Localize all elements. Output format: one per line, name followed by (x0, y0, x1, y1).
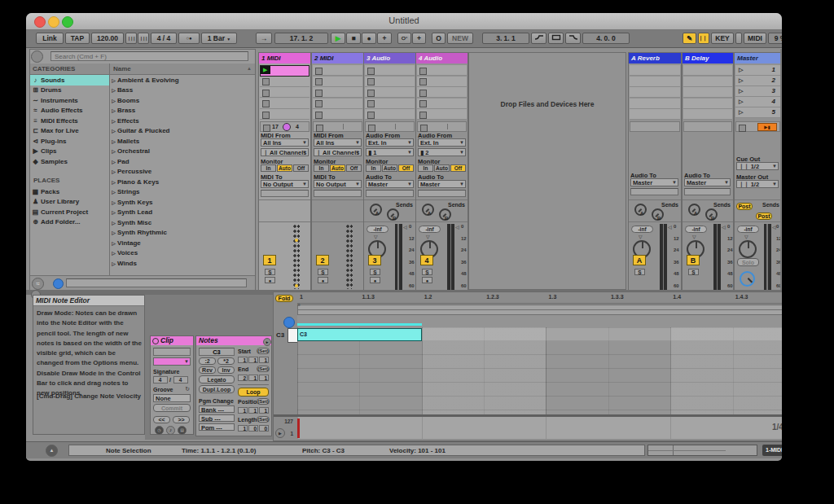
transpose-field[interactable]: C3 (199, 348, 235, 356)
clip-slot[interactable] (365, 99, 415, 109)
input-type-select[interactable]: Ext. In▼ (418, 138, 466, 147)
master-out-select[interactable]: ❘❘ 1/2▼ (736, 180, 779, 188)
tap-tempo-button[interactable]: TAP (65, 33, 90, 44)
clip-slot[interactable] (365, 65, 415, 76)
input-type-select[interactable]: Ext. In▼ (366, 138, 414, 147)
scene-launch-icon[interactable]: ▷ (739, 67, 743, 73)
clip-status-row[interactable] (365, 121, 415, 132)
scene-row[interactable]: ▷3 (735, 86, 780, 97)
fader-handle-icon[interactable]: ▽ (374, 234, 378, 239)
browser-folder-row[interactable]: ▷Strings (110, 187, 254, 198)
drop-zone[interactable]: Drop Files and Devices Here (468, 52, 626, 290)
output-type-select[interactable]: Master▼ (684, 178, 731, 186)
browser-folder-row[interactable]: ▷Voices (110, 248, 254, 259)
clip-slot[interactable] (313, 65, 362, 76)
set-position-button[interactable]: (Set) (257, 398, 270, 405)
play-button[interactable]: ▶ (331, 33, 345, 44)
track-4-title[interactable]: 4 Audio (416, 53, 467, 64)
velocity-stem[interactable] (297, 419, 300, 438)
disclosure-icon[interactable]: ▷ (110, 189, 117, 195)
clip-status-row[interactable] (313, 121, 362, 132)
stop-all-clips-row[interactable]: ▶▮ (735, 121, 780, 132)
clip-stop-button[interactable] (263, 125, 270, 132)
browser-collapse-icon[interactable] (31, 50, 43, 63)
monitor-off-button[interactable]: Off (398, 164, 414, 172)
nudge-up-button[interactable]: ❘❘❘ (138, 33, 149, 44)
computer-midi-keyboard-button[interactable]: ❘❘❘ (698, 33, 709, 44)
return-slot[interactable] (630, 87, 680, 98)
track-3-title[interactable]: 3 Audio (364, 53, 415, 64)
track-1-title[interactable]: 1 MIDI (259, 53, 310, 64)
return-slot[interactable] (683, 109, 732, 120)
return-a-title[interactable]: A Reverb (629, 53, 681, 64)
scene-row[interactable]: ▷2 (735, 76, 780, 86)
monitor-auto-button[interactable]: Auto (382, 164, 397, 172)
clip-status-row[interactable] (417, 121, 467, 132)
volume-display[interactable]: -inf (367, 226, 388, 233)
disclosure-icon[interactable]: ▷ (110, 220, 117, 226)
scene-row[interactable]: ▷4 (735, 97, 780, 107)
clip-slot[interactable] (417, 77, 467, 87)
output-type-select[interactable]: Master▼ (418, 180, 466, 188)
sidebar-place-item[interactable]: ⊕Add Folder... (30, 217, 109, 228)
output-channel-field[interactable] (314, 190, 362, 197)
clip-slot-playing[interactable]: ▶ (260, 65, 309, 77)
clip-slot[interactable] (365, 109, 415, 120)
sidebar-category-item[interactable]: ⊏Max for Live (30, 126, 109, 137)
sidebar-place-item[interactable]: ▤Current Project (30, 207, 109, 217)
return-slot[interactable] (630, 77, 680, 87)
clip-slot[interactable] (260, 99, 309, 109)
start-bar[interactable]: 1 (238, 357, 248, 363)
clip-slot[interactable] (313, 87, 362, 98)
preview-volume-bar[interactable] (66, 278, 247, 287)
disclosure-icon[interactable]: ▷ (110, 199, 117, 205)
re-enable-automation-button[interactable]: + (412, 33, 426, 44)
disclosure-icon[interactable]: ▷ (110, 261, 117, 266)
input-type-select[interactable]: All Ins▼ (261, 138, 309, 147)
scene-launch-icon[interactable]: ▷ (739, 109, 743, 116)
output-channel-field[interactable] (418, 190, 466, 197)
key-map-button[interactable]: KEY (711, 33, 734, 44)
hot-swap-icon[interactable]: ≈ (32, 278, 44, 290)
monitor-auto-button[interactable]: Auto (330, 164, 345, 172)
clip-slot[interactable] (365, 87, 415, 98)
clip-slot[interactable] (417, 109, 467, 120)
solo-disabled-button[interactable]: Solo (737, 258, 759, 266)
clip-slot[interactable] (417, 99, 467, 109)
start-beat[interactable]: 1 (248, 357, 258, 363)
clip-slot[interactable] (365, 77, 415, 87)
loop-start-marker[interactable]: » (297, 302, 301, 308)
browser-folder-row[interactable]: ▷Pad (110, 156, 254, 167)
end-bar[interactable]: 2 (238, 375, 248, 381)
midi-note[interactable]: C3 (297, 328, 422, 341)
input-channel-select[interactable]: ▮ 1▼ (366, 148, 414, 156)
disclosure-icon[interactable]: ▷ (110, 128, 117, 134)
browser-folder-row[interactable]: ▷Piano & Keys (110, 177, 254, 187)
disclosure-icon[interactable]: ▷ (110, 169, 117, 174)
return-slot[interactable] (683, 99, 732, 109)
return-activator-button[interactable]: B (687, 255, 700, 265)
end-sixteenth[interactable]: 1 (259, 375, 269, 381)
solo-button[interactable]: S (634, 269, 645, 275)
clip-slot[interactable] (260, 87, 309, 98)
bank-select[interactable]: Bank --- (199, 405, 235, 413)
session-record-button[interactable]: O (432, 33, 446, 44)
solo-button[interactable]: S (422, 269, 432, 275)
sidebar-place-item[interactable]: ▦Packs (30, 186, 109, 197)
set-end-button[interactable]: (Set) (257, 366, 270, 372)
browser-folder-row[interactable]: ▷Guitar & Plucked (110, 126, 254, 137)
browser-folder-row[interactable]: ▷Bass (110, 85, 254, 96)
length-beat[interactable]: 0 (248, 425, 258, 432)
disclosure-icon[interactable]: ▷ (110, 138, 117, 144)
disclosure-icon[interactable]: ▷ (110, 209, 117, 215)
solo-button[interactable]: S (318, 269, 328, 275)
output-channel-field[interactable] (261, 190, 309, 197)
set-start-button[interactable]: (Set) (257, 348, 270, 354)
note-grid[interactable]: C3 (297, 327, 782, 414)
sidebar-category-item[interactable]: ≈Audio Effects (30, 106, 109, 116)
output-channel-field[interactable] (630, 188, 678, 195)
length-sixteenth[interactable]: 0 (259, 425, 269, 432)
fader-handle-icon[interactable]: ▽ (692, 234, 696, 239)
arm-button[interactable]: ● (422, 277, 432, 283)
cue-out-select[interactable]: ❘❘ 1/2▼ (736, 162, 779, 170)
